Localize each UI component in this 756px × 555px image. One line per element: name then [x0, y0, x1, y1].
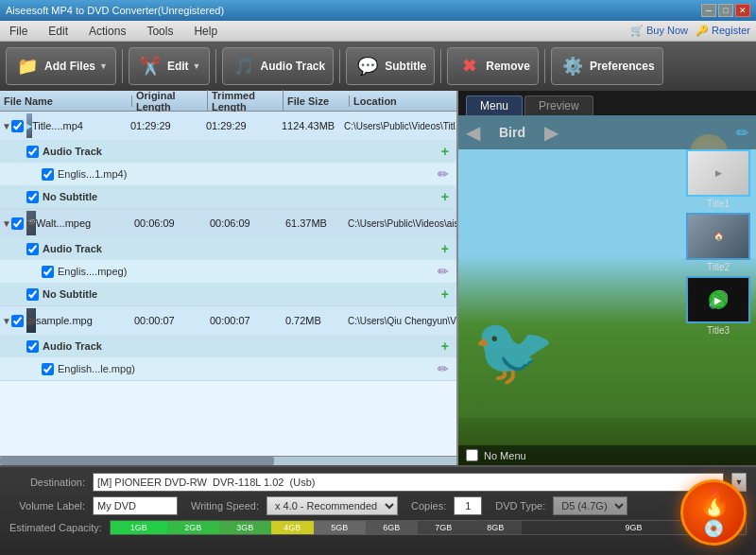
file-checkbox-2[interactable] — [11, 217, 24, 230]
destination-row: Destination: ▼ — [9, 473, 747, 492]
file-checkbox-3[interactable] — [11, 315, 24, 327]
burn-button[interactable]: 🔥 💿 — [680, 479, 747, 546]
file-size-3: 0.72MB — [282, 315, 348, 326]
destination-input[interactable] — [93, 473, 724, 492]
dvd-nav-back[interactable]: ◀ — [466, 121, 480, 144]
file-loc-1: C:\Users\Public\Videos\Titl... — [344, 121, 456, 131]
dvd-title-3[interactable]: 🔊 ▶ Title3 — [686, 276, 750, 336]
edit-audio-icon-2[interactable]: ✏ — [438, 264, 449, 279]
volume-label-input[interactable] — [93, 496, 178, 515]
edit-button[interactable]: ✂️ Edit ▼ — [129, 47, 210, 85]
expand-icon-2[interactable]: ▼ — [2, 218, 11, 229]
audio-track-check-2[interactable] — [26, 243, 39, 255]
remove-icon: ✖ — [455, 53, 482, 79]
add-audio-icon-3[interactable]: + — [441, 338, 449, 354]
burn-disk-icon: 💿 — [703, 518, 724, 539]
close-button[interactable]: ✕ — [735, 4, 750, 17]
edit-audio-icon-1[interactable]: ✏ — [438, 166, 449, 182]
cap-seg-5: 5GB — [314, 521, 366, 534]
dvd-play-button-3[interactable]: ▶ — [709, 290, 728, 309]
add-subtitle-icon-2[interactable]: + — [441, 286, 449, 302]
menu-actions[interactable]: Actions — [85, 23, 129, 40]
subtitle-row-1: No Subtitle + — [0, 185, 456, 208]
audio-sub-check-2[interactable] — [42, 266, 54, 278]
subtitle-label-1: No Subtitle — [43, 191, 441, 202]
subtitle-button[interactable]: 💬 Subtitle — [346, 47, 435, 85]
cap-seg-7: 7GB — [418, 521, 470, 534]
tab-menu[interactable]: Menu — [466, 95, 523, 115]
expand-icon-1[interactable]: ▼ — [2, 121, 11, 131]
scrollbar-thumb-h — [0, 457, 274, 465]
file-main-row-3[interactable]: ▼ 🎥 sample.mpg 00:00:07 00:00:07 0.72MB … — [0, 306, 456, 335]
audio-sub-label-3: English...le.mpg) — [58, 363, 438, 374]
main-content: File Name Original Length Trimmed Length… — [0, 91, 756, 465]
maximize-button[interactable]: □ — [718, 4, 733, 17]
no-menu-checkbox[interactable] — [466, 449, 478, 461]
audio-track-check-3[interactable] — [26, 340, 39, 353]
dvd-no-menu-area: No Menu — [458, 445, 756, 465]
file-main-row-1[interactable]: ▼ ▶ Title....mp4 01:29:29 01:29:29 1124.… — [0, 112, 456, 140]
audio-sub-check-1[interactable] — [42, 168, 54, 181]
file-orig-1: 01:29:29 — [127, 120, 202, 131]
menu-file[interactable]: File — [6, 23, 31, 40]
dvd-title-2[interactable]: 🏠 Title2 — [686, 213, 750, 272]
file-entry-1: ▼ ▶ Title....mp4 01:29:29 01:29:29 1124.… — [0, 112, 456, 209]
dvd-edit-icon[interactable]: ✏ — [736, 124, 748, 142]
subtitle-check-2[interactable] — [26, 288, 39, 301]
edit-audio-icon-3[interactable]: ✏ — [438, 361, 449, 376]
register-link[interactable]: 🔑 Register — [696, 25, 750, 37]
audio-track-check-1[interactable] — [26, 146, 39, 158]
add-subtitle-icon-1[interactable]: + — [441, 189, 449, 204]
file-loc-2: C:\Users\Public\Videos\ais... — [348, 218, 456, 229]
bottom-controls: Destination: ▼ Volume Label: Writing Spe… — [0, 465, 756, 555]
file-size-1: 1124.43MB — [278, 120, 344, 131]
add-files-button[interactable]: 📁 Add Files ▼ — [6, 47, 116, 85]
audio-track-button[interactable]: 🎵 Audio Track — [222, 47, 335, 85]
preferences-button[interactable]: ⚙️ Preferences — [551, 47, 663, 85]
minimize-button[interactable]: ─ — [701, 4, 716, 17]
audio-sub-check-3[interactable] — [42, 363, 54, 375]
copies-input[interactable] — [454, 496, 482, 515]
file-name-3: sample.mpg — [36, 315, 130, 326]
tab-preview[interactable]: Preview — [524, 95, 593, 115]
dvd-title-1[interactable]: ▶ Title1 — [686, 149, 750, 209]
dvd-thumb-speaker-3: 🔊 ▶ — [688, 278, 748, 321]
writing-speed-select[interactable]: x 4.0 - Recommended — [266, 496, 398, 515]
file-trim-1: 01:29:29 — [202, 120, 278, 131]
dvd-thumb-label-2: Title2 — [707, 262, 730, 272]
buy-now-link[interactable]: 🛒 Buy Now — [630, 25, 688, 37]
add-audio-icon-1[interactable]: + — [441, 144, 449, 159]
edit-icon: ✂️ — [137, 53, 163, 79]
file-checkbox-1[interactable] — [11, 120, 24, 132]
dvd-type-select[interactable]: D5 (4.7G) — [553, 496, 627, 515]
expand-icon-3[interactable]: ▼ — [2, 316, 11, 326]
window-controls: ─ □ ✕ — [701, 4, 750, 17]
file-trim-2: 00:06:09 — [206, 217, 282, 229]
file-list-header: File Name Original Length Trimmed Length… — [0, 91, 456, 112]
edit-dropdown-arrow: ▼ — [193, 61, 201, 71]
file-trim-3: 00:00:07 — [206, 315, 282, 326]
col-header-trim: Trimmed Length — [208, 90, 284, 113]
copies-label: Copies: — [411, 500, 446, 512]
toolbar-separator-2 — [215, 49, 216, 83]
dvd-thumb-img-1: ▶ — [686, 149, 750, 197]
add-audio-icon-2[interactable]: + — [441, 241, 449, 256]
dvd-titles-list: ▶ Title1 🏠 Title2 🔊 ▶ — [686, 149, 750, 336]
horizontal-scrollbar[interactable] — [0, 456, 456, 465]
remove-button[interactable]: ✖ Remove — [447, 47, 539, 85]
subtitle-check-1[interactable] — [26, 191, 39, 203]
file-name-2: Walt...mpeg — [36, 217, 130, 229]
menu-edit[interactable]: Edit — [44, 23, 72, 40]
audio-sub-label-2: Englis....mpeg) — [58, 266, 438, 277]
audio-track-label-3: Audio Track — [43, 340, 441, 352]
file-list-body: ▼ ▶ Title....mp4 01:29:29 01:29:29 1124.… — [0, 112, 456, 456]
menu-help[interactable]: Help — [190, 23, 221, 40]
dvd-nav-forward[interactable]: ▶ — [544, 121, 558, 144]
capacity-bar: 1GB 2GB 3GB 4GB 5GB 6GB 7GB 8GB 9GB — [110, 520, 747, 535]
capacity-row: Estimated Capacity: 1GB 2GB 3GB 4GB 5GB … — [9, 520, 747, 535]
file-thumb-2: 🎬 — [26, 211, 36, 235]
menu-tools[interactable]: Tools — [143, 23, 177, 40]
burn-flame-icon: 🔥 — [697, 487, 730, 518]
volume-label-label: Volume Label: — [9, 500, 85, 512]
file-main-row-2[interactable]: ▼ 🎬 Walt...mpeg 00:06:09 00:06:09 61.37M… — [0, 209, 456, 237]
